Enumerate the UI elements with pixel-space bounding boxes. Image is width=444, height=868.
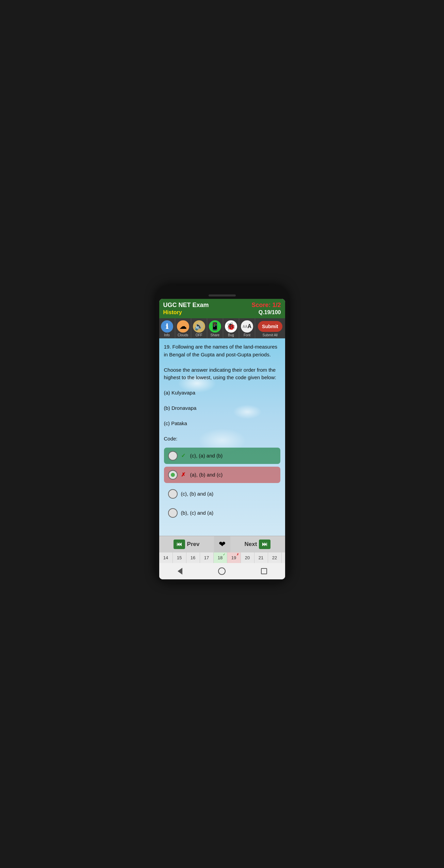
toolbar-font[interactable]: AAA Font: [239, 318, 255, 338]
back-icon: [178, 568, 182, 575]
subject-label: History: [163, 309, 182, 316]
q-nav-14-num: 14: [163, 555, 168, 560]
option-a-text: (a) Kulyavapa: [164, 390, 196, 396]
answer-option-2[interactable]: ✗ (a), (b) and (c): [164, 467, 280, 483]
toolbar-share[interactable]: 📱 Share: [207, 318, 223, 338]
share-icon: 📱: [209, 320, 221, 333]
header: UGC NET Exam Score: 1/2 History Q.19/100: [159, 299, 285, 318]
code-label: Code:: [164, 436, 178, 441]
answer-option-3[interactable]: (c), (b) and (a): [164, 486, 280, 502]
radio-inner-2: [171, 473, 175, 477]
clouds-icon: ☁: [177, 320, 189, 333]
q-nav-19-num: 19: [231, 555, 236, 560]
next-icon: ⏭: [259, 540, 270, 549]
option-text-3: (c), (b) and (a): [181, 491, 276, 497]
heart-icon: ❤: [219, 540, 226, 549]
question-number-text: 19. Following are the names of the land-…: [164, 344, 278, 357]
q-19-mark: ✗: [236, 553, 239, 556]
prev-label: Prev: [187, 541, 200, 548]
q-nav-14[interactable]: 14: [159, 552, 173, 563]
q-nav-15-num: 15: [177, 555, 182, 560]
next-button[interactable]: Next ⏭: [230, 536, 285, 552]
q-nav-21[interactable]: 21: [254, 552, 268, 563]
q-nav-20-num: 20: [245, 555, 250, 560]
answer-option-4[interactable]: (b), (c) and (a): [164, 505, 280, 521]
q-nav-19[interactable]: 19 ✗: [227, 552, 241, 563]
q-nav-22-num: 22: [272, 555, 277, 560]
question-instruction: Choose the answer indicating their order…: [164, 367, 276, 381]
prev-button[interactable]: ⏮ Prev: [159, 536, 214, 552]
share-label: Share: [210, 333, 219, 337]
toolbar: ℹ Info ☁ Clouds 🔊 OFF 📱 Share 🐞 Bug: [159, 318, 285, 338]
sound-icon: 🔊: [193, 320, 205, 333]
info-label: Info: [164, 333, 170, 337]
next-label: Next: [245, 541, 257, 548]
score-display: Score: 1/2: [251, 302, 281, 309]
q-nav-16[interactable]: 16: [186, 552, 200, 563]
clouds-label: Clouds: [178, 333, 188, 337]
bottom-navigation: ⏮ Prev ❤ Next ⏭: [159, 536, 285, 552]
radio-4: [168, 508, 178, 518]
q-nav-15[interactable]: 15: [173, 552, 186, 563]
q-nav-17-num: 17: [204, 555, 209, 560]
font-label: Font: [244, 333, 250, 337]
toolbar-bug[interactable]: 🐞 Bug: [223, 318, 239, 338]
option-b-text: (b) Dronavapa: [164, 405, 197, 411]
radio-1: [168, 451, 178, 461]
toolbar-sound[interactable]: 🔊 OFF: [191, 318, 207, 338]
option-text-1: (c), (a) and (b): [190, 453, 276, 459]
answer-option-1[interactable]: ✓ (c), (a) and (b): [164, 448, 280, 464]
question-text: 19. Following are the names of the land-…: [164, 343, 280, 443]
back-button[interactable]: [175, 566, 185, 576]
submit-button[interactable]: Submit: [258, 321, 282, 332]
radio-2: [168, 470, 178, 480]
submit-all-label: Submit All: [263, 333, 278, 337]
question-progress: Q.19/100: [259, 309, 281, 316]
home-icon: [218, 567, 226, 575]
status-bar: [159, 292, 285, 299]
wrong-mark-2: ✗: [181, 471, 185, 478]
q-nav-20[interactable]: 20: [241, 552, 254, 563]
recents-icon: [261, 568, 267, 574]
toolbar-clouds[interactable]: ☁ Clouds: [175, 318, 191, 338]
prev-icon: ⏮: [174, 540, 185, 549]
submit-column: Submit Submit All: [255, 318, 285, 338]
q-nav-17[interactable]: 17: [200, 552, 214, 563]
home-button[interactable]: [217, 566, 227, 576]
info-icon: ℹ: [161, 320, 173, 333]
q-nav-18[interactable]: 18 ✓: [214, 552, 227, 563]
bug-icon: 🐞: [225, 320, 237, 333]
q-nav-23[interactable]: 23: [282, 552, 285, 563]
status-notch: [209, 294, 236, 296]
phone-frame: UGC NET Exam Score: 1/2 History Q.19/100…: [156, 285, 289, 583]
q-nav-22[interactable]: 22: [268, 552, 282, 563]
system-nav: [159, 563, 285, 579]
app-title: UGC NET Exam: [163, 302, 209, 309]
question-number-nav: 14 15 16 17 18 ✓ 19 ✗ 20 21: [159, 552, 285, 563]
correct-mark-1: ✓: [181, 452, 185, 459]
option-text-4: (b), (c) and (a): [181, 510, 276, 516]
bug-label: Bug: [228, 333, 234, 337]
toolbar-info[interactable]: ℹ Info: [159, 318, 175, 338]
content-area: 19. Following are the names of the land-…: [159, 338, 285, 536]
q-18-mark: ✓: [223, 553, 226, 556]
app-container: UGC NET Exam Score: 1/2 History Q.19/100…: [159, 299, 285, 579]
sound-label: OFF: [196, 333, 202, 337]
font-icon: AAA: [241, 320, 253, 333]
option-text-2: (a), (b) and (c): [190, 472, 276, 478]
q-nav-21-num: 21: [259, 555, 263, 560]
radio-3: [168, 489, 178, 499]
q-nav-16-num: 16: [191, 555, 195, 560]
recents-button[interactable]: [259, 566, 269, 576]
q-nav-18-num: 18: [218, 555, 223, 560]
option-c-text: (c) Pataka: [164, 420, 187, 426]
heart-button[interactable]: ❤: [214, 536, 230, 552]
